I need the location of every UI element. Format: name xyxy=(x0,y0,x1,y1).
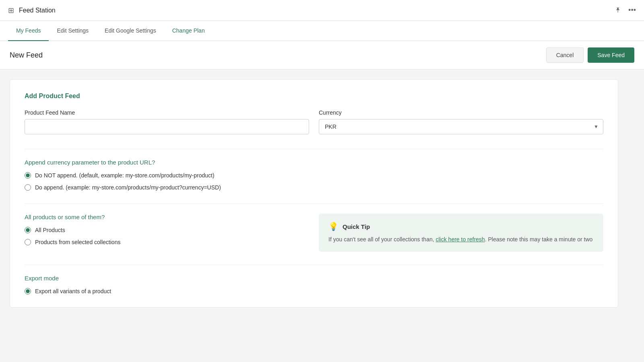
currency-select-wrapper: PKR USD EUR GBP AED INR ▼ xyxy=(319,119,603,134)
currency-group: Currency PKR USD EUR GBP AED INR ▼ xyxy=(319,109,603,134)
product-feed-name-label: Product Feed Name xyxy=(25,109,309,116)
page-title: New Feed xyxy=(10,51,43,60)
radio-all-products-label: All Products xyxy=(35,227,65,233)
currency-select[interactable]: PKR USD EUR GBP AED INR xyxy=(319,119,603,134)
tab-change-plan[interactable]: Change Plan xyxy=(164,21,213,41)
radio-do-append[interactable]: Do append. (example: my-store.com/produc… xyxy=(25,184,603,191)
product-feed-name-input[interactable] xyxy=(25,119,309,134)
refresh-link[interactable]: click here to refresh xyxy=(436,236,485,243)
main-content: Add Product Feed Product Feed Name Curre… xyxy=(0,70,628,317)
divider-1 xyxy=(25,149,603,149)
cancel-button[interactable]: Cancel xyxy=(546,47,584,63)
radio-all-variants-input[interactable] xyxy=(25,288,31,294)
quick-tip-box: 💡 Quick Tip If you can't see all of your… xyxy=(319,214,603,252)
save-feed-button[interactable]: Save Feed xyxy=(588,47,634,63)
append-currency-section: Append currency parameter to the product… xyxy=(25,159,603,191)
radio-do-append-label: Do append. (example: my-store.com/produc… xyxy=(35,184,221,191)
quick-tip-title: Quick Tip xyxy=(343,223,370,230)
pin-icon[interactable]: 🖈 xyxy=(615,6,622,14)
product-feed-name-group: Product Feed Name xyxy=(25,109,309,134)
radio-selected-collections-input[interactable] xyxy=(25,239,31,245)
radio-selected-collections[interactable]: Products from selected collections xyxy=(25,239,309,245)
section-title: Add Product Feed xyxy=(25,93,603,100)
app-bar-right: 🖈 ••• xyxy=(615,6,636,14)
page-header: New Feed Cancel Save Feed xyxy=(0,41,644,70)
form-card: Add Product Feed Product Feed Name Curre… xyxy=(10,79,618,308)
tab-edit-settings[interactable]: Edit Settings xyxy=(49,21,97,41)
lightbulb-icon: 💡 xyxy=(328,222,339,231)
nav-tabs: My Feeds Edit Settings Edit Google Setti… xyxy=(0,21,644,41)
more-icon[interactable]: ••• xyxy=(628,6,636,14)
app-title: Feed Station xyxy=(19,7,56,14)
radio-selected-collections-label: Products from selected collections xyxy=(35,239,120,245)
divider-2 xyxy=(25,204,603,204)
radio-all-products[interactable]: All Products xyxy=(25,227,309,233)
radio-no-append[interactable]: Do NOT append. (default, example: my-sto… xyxy=(25,172,603,179)
radio-no-append-label: Do NOT append. (default, example: my-sto… xyxy=(35,172,215,179)
quick-tip-text: If you can't see all of your collections… xyxy=(328,235,594,244)
header-actions: Cancel Save Feed xyxy=(546,47,634,63)
app-bar-left: ⊞ Feed Station xyxy=(8,6,56,15)
grid-icon: ⊞ xyxy=(8,6,14,15)
append-currency-radio-group: Do NOT append. (default, example: my-sto… xyxy=(25,172,603,191)
export-mode-radio-group: Export all variants of a product xyxy=(25,288,603,294)
tab-my-feeds[interactable]: My Feeds xyxy=(8,21,49,41)
radio-no-append-input[interactable] xyxy=(25,172,31,179)
product-scope-radio-group: All Products Products from selected coll… xyxy=(25,227,309,245)
export-mode-section: Export mode Export all variants of a pro… xyxy=(25,275,603,294)
radio-all-variants-label: Export all variants of a product xyxy=(35,288,111,294)
quick-tip-col: 💡 Quick Tip If you can't see all of your… xyxy=(319,214,603,252)
divider-3 xyxy=(25,265,603,265)
append-currency-title: Append currency parameter to the product… xyxy=(25,159,603,166)
radio-all-variants[interactable]: Export all variants of a product xyxy=(25,288,603,294)
radio-do-append-input[interactable] xyxy=(25,184,31,191)
all-products-row: All products or some of them? All Produc… xyxy=(25,214,603,252)
feed-name-currency-row: Product Feed Name Currency PKR USD EUR G… xyxy=(25,109,603,134)
export-mode-title: Export mode xyxy=(25,275,603,282)
quick-tip-header: 💡 Quick Tip xyxy=(328,222,594,231)
all-products-col: All products or some of them? All Produc… xyxy=(25,214,309,252)
tab-edit-google-settings[interactable]: Edit Google Settings xyxy=(97,21,164,41)
app-bar: ⊞ Feed Station 🖈 ••• xyxy=(0,0,644,21)
radio-all-products-input[interactable] xyxy=(25,227,31,233)
all-products-title: All products or some of them? xyxy=(25,214,309,220)
currency-label: Currency xyxy=(319,109,603,116)
